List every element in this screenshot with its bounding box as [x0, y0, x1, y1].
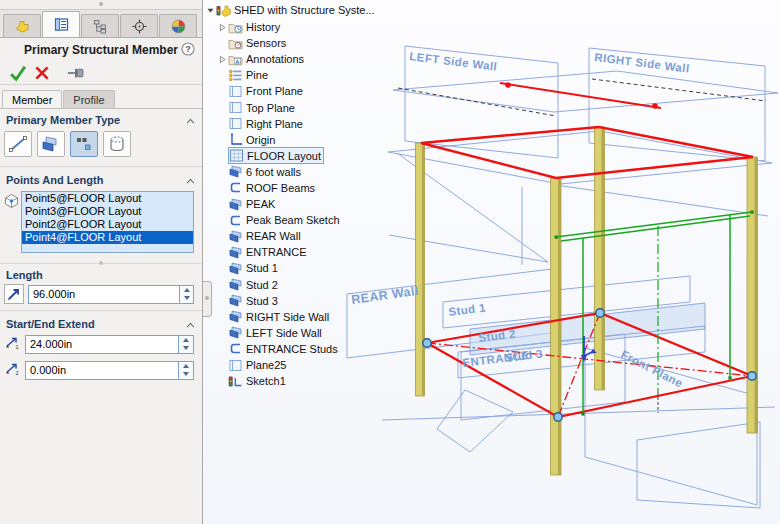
points-list-item[interactable]: Point4@FLOOR Layout [22, 231, 193, 244]
dimxpert-tab[interactable] [120, 14, 158, 37]
selected-highlight: FLOOR Layout [228, 147, 324, 164]
manager-tab-bar [0, 10, 202, 38]
front-plane-label[interactable]: Front Plane [619, 348, 685, 389]
cancel-button[interactable] [32, 64, 52, 82]
plane-solid-icon [228, 261, 243, 276]
tree-item-roof-beams[interactable]: ROOF Beams [204, 180, 376, 196]
tree-item-annotations[interactable]: AAnnotations [204, 51, 376, 67]
face-plane-member-icon [40, 134, 62, 154]
profile-sketch-icon [228, 341, 243, 356]
tree-item-shed-with-structure-syste[interactable]: SHED with Structure Syste... [204, 1, 376, 19]
length-spinner[interactable] [180, 285, 194, 304]
post-west[interactable] [416, 143, 425, 396]
expand-arrow-icon[interactable] [216, 21, 228, 33]
collapse-chevron-icon[interactable] [186, 318, 195, 330]
tree-item-6-foot-walls[interactable]: 6 foot walls [204, 164, 376, 180]
tree-item-stud-1[interactable]: Stud 1 [204, 260, 376, 276]
profile-member-button[interactable] [103, 131, 131, 157]
tree-item-stud-2[interactable]: Stud 2 [204, 277, 376, 293]
keep-visible-pin-icon[interactable] [66, 64, 86, 82]
roof-beam-sketch[interactable] [421, 127, 753, 178]
tree-item-peak-beam-sketch[interactable]: Peak Beam Sketch [204, 212, 376, 228]
expand-arrow-icon[interactable] [216, 53, 228, 65]
plane-solid-icon [228, 293, 243, 308]
primary-member-type-label: Primary Member Type [6, 114, 120, 126]
plane-solid-icon [228, 309, 243, 324]
section-start-end-extend[interactable]: Start/End Extend [0, 313, 202, 332]
feature-tree[interactable]: SHED with Structure Syste...HistorySenso… [204, 1, 376, 389]
panel-collapse-handle[interactable] [0, 0, 202, 10]
tree-item-entrance[interactable]: ENTRANCE [204, 244, 376, 260]
length-input[interactable] [28, 285, 180, 304]
end-extend-input[interactable] [25, 361, 179, 380]
propertymanager-tab-icon [53, 16, 70, 33]
start-end-extend-label: Start/End Extend [6, 318, 95, 330]
points-list-item[interactable]: Point3@FLOOR Layout [22, 205, 193, 218]
collapse-arrow-icon[interactable] [204, 4, 216, 16]
collapse-chevron-icon[interactable] [186, 174, 195, 186]
tree-item-top-plane[interactable]: Top Plane [204, 99, 376, 115]
configurations-tab[interactable] [81, 14, 119, 37]
tab-profile[interactable]: Profile [63, 90, 114, 108]
tree-item-plane25[interactable]: Plane25 [204, 357, 376, 373]
section-primary-member-type[interactable]: Primary Member Type [0, 109, 202, 128]
propertymanager-tab[interactable] [42, 11, 80, 37]
points-list-item[interactable]: Point2@FLOOR Layout [22, 218, 193, 231]
face-plane-member-button[interactable] [37, 131, 65, 157]
section-points-and-length[interactable]: Points And Length [0, 169, 202, 188]
post-south[interactable] [551, 178, 562, 475]
top-red-sketch-segment[interactable] [500, 82, 661, 109]
displaymanager-tab[interactable] [159, 14, 197, 37]
tree-item-origin[interactable]: Origin [204, 132, 376, 148]
tree-item-front-plane[interactable]: Front Plane [204, 83, 376, 99]
tree-item-pine[interactable]: Pine [204, 67, 376, 83]
sketch-light-icon [228, 374, 243, 389]
plane-solid-icon [228, 245, 243, 260]
stud1-label[interactable]: Stud 1 [448, 301, 487, 318]
collapse-chevron-icon[interactable] [186, 114, 195, 126]
length-direction-icon[interactable] [4, 284, 24, 304]
bottom-left-plane[interactable] [437, 390, 513, 452]
start-extend-icon: 1 [4, 334, 21, 354]
panel-splitter-handle[interactable] [203, 281, 212, 317]
structure-posts[interactable] [416, 127, 758, 475]
confirm-bar [0, 61, 202, 85]
plane25-outline[interactable] [637, 422, 760, 508]
path-segment-member-icon [7, 134, 29, 154]
reference-planes[interactable] [347, 46, 778, 508]
points-selection-listbox[interactable]: Point5@FLOOR LayoutPoint3@FLOOR LayoutPo… [21, 191, 194, 253]
ok-button[interactable] [8, 64, 28, 82]
start-extend-spinner[interactable] [179, 335, 194, 354]
plane-icon [228, 358, 243, 373]
tree-item-history[interactable]: History [204, 19, 376, 35]
tree-item-stud-3[interactable]: Stud 3 [204, 293, 376, 309]
end-extend-spinner[interactable] [179, 361, 194, 380]
post-east[interactable] [747, 157, 758, 433]
configurations-tab-icon [92, 18, 109, 35]
right-side-wall-label[interactable]: RIGHT Side Wall [594, 51, 690, 75]
plane-solid-icon [228, 277, 243, 292]
tree-item-sensors[interactable]: Sensors [204, 35, 376, 51]
vertex-selection-icon [4, 193, 21, 253]
path-segment-member-button[interactable] [4, 131, 32, 157]
tree-item-sketch1[interactable]: Sketch1 [204, 373, 376, 389]
help-icon[interactable]: ? [181, 42, 195, 56]
post-north[interactable] [595, 127, 605, 390]
tree-item-right-side-wall[interactable]: RIGHT Side Wall [204, 309, 376, 325]
member-type-buttons [0, 128, 202, 164]
tree-item-peak[interactable]: PEAK [204, 196, 376, 212]
left-side-wall-label[interactable]: LEFT Side Wall [409, 50, 498, 73]
points-list-item[interactable]: Point5@FLOOR Layout [22, 192, 193, 205]
tree-item-floor-layout[interactable]: FLOOR Layout [204, 148, 376, 164]
tree-item-entrance-studs[interactable]: ENTRANCE Studs [204, 341, 376, 357]
top-reference-plane[interactable] [393, 71, 778, 112]
part-tab[interactable] [3, 14, 41, 37]
tree-item-right-plane[interactable]: Right Plane [204, 116, 376, 132]
svg-text:1: 1 [16, 344, 19, 350]
tab-member[interactable]: Member [2, 90, 62, 108]
plane-solid-icon [228, 197, 243, 212]
point-length-member-button[interactable] [70, 131, 98, 157]
tree-item-left-side-wall[interactable]: LEFT Side Wall [204, 325, 376, 341]
start-extend-input[interactable] [25, 335, 179, 354]
tree-item-rear-wall[interactable]: REAR Wall [204, 228, 376, 244]
